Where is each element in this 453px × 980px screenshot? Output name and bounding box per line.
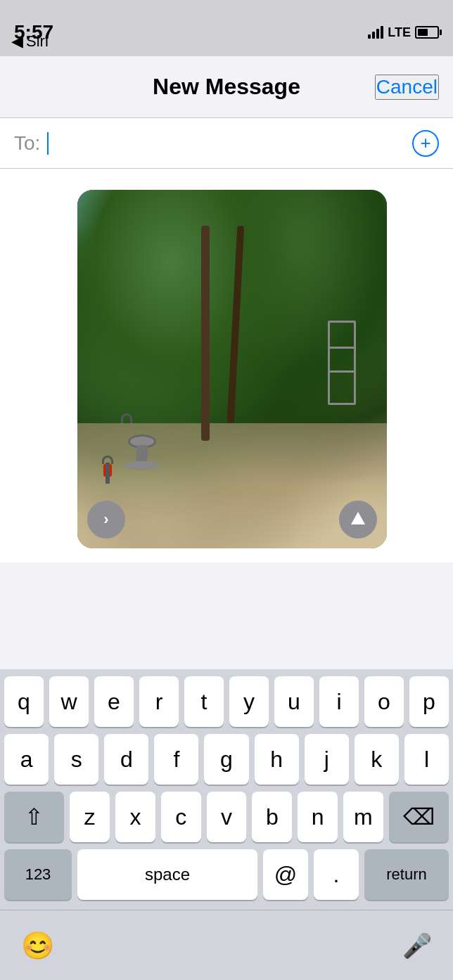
to-field[interactable]: To: + [0, 118, 453, 169]
key-i[interactable]: i [319, 676, 359, 727]
siri-back[interactable]: ◀ Siri [11, 32, 49, 51]
key-b[interactable]: b [252, 792, 292, 842]
fountain [121, 413, 163, 470]
photo-attachment[interactable]: › [77, 190, 387, 548]
microphone-button[interactable]: 🎤 [402, 931, 432, 960]
key-l[interactable]: l [404, 734, 449, 785]
cancel-button[interactable]: Cancel [375, 75, 439, 100]
key-a[interactable]: a [4, 734, 49, 785]
nav-bar: New Message Cancel [0, 56, 453, 118]
status-bar: 5:57 ◀ Siri LTE [0, 0, 453, 56]
key-g[interactable]: g [204, 734, 248, 785]
period-button[interactable]: . [314, 849, 359, 900]
siri-label: Siri [26, 32, 49, 51]
key-w[interactable]: w [49, 676, 89, 727]
numbers-button[interactable]: 123 [4, 849, 72, 900]
key-m[interactable]: m [343, 792, 383, 842]
tree-trunk [201, 226, 210, 441]
text-cursor [47, 132, 49, 155]
key-f[interactable]: f [154, 734, 198, 785]
garden-photo [77, 190, 387, 548]
battery-icon [415, 26, 439, 39]
key-k[interactable]: k [355, 734, 399, 785]
to-label: To: [14, 132, 40, 155]
key-j[interactable]: j [305, 734, 349, 785]
lte-label: LTE [388, 25, 411, 40]
keyboard: q w e r t y u i o p a s d f g h j k l ⇧ [0, 669, 453, 980]
key-q[interactable]: q [4, 676, 44, 727]
message-area: › [0, 169, 453, 562]
emoji-button[interactable]: 😊 [21, 930, 54, 961]
at-button[interactable]: @ [263, 849, 308, 900]
delete-button[interactable]: ⌫ [389, 792, 449, 842]
back-arrow-icon: ◀ [11, 32, 23, 51]
shift-button[interactable]: ⇧ [4, 792, 64, 842]
key-v[interactable]: v [207, 792, 247, 842]
key-t[interactable]: t [184, 676, 224, 727]
keyboard-row-1: q w e r t y u i o p [4, 676, 449, 727]
signal-bars-icon [368, 26, 383, 39]
return-button[interactable]: return [364, 849, 449, 900]
keyboard-row-3: ⇧ z x c v b n m ⌫ [4, 792, 449, 842]
ladder [328, 321, 356, 405]
chevron-right-icon: › [103, 510, 108, 529]
send-button[interactable] [339, 501, 377, 539]
keyboard-rows: q w e r t y u i o p a s d f g h j k l ⇧ [0, 669, 453, 910]
key-z[interactable]: z [70, 792, 110, 842]
expand-button[interactable]: › [87, 501, 125, 539]
status-icons: LTE [368, 25, 439, 40]
key-y[interactable]: y [229, 676, 269, 727]
key-u[interactable]: u [274, 676, 314, 727]
key-p[interactable]: p [409, 676, 449, 727]
key-o[interactable]: o [364, 676, 404, 727]
key-d[interactable]: d [104, 734, 148, 785]
key-c[interactable]: c [161, 792, 201, 842]
key-n[interactable]: n [298, 792, 338, 842]
page-title: New Message [153, 74, 300, 100]
send-arrow-icon [351, 512, 365, 524]
plus-icon: + [420, 132, 430, 154]
space-button[interactable]: space [77, 849, 257, 900]
key-s[interactable]: s [54, 734, 98, 785]
keyboard-row-4: 123 space @ . return [4, 849, 449, 900]
keyboard-row-2: a s d f g h j k l [4, 734, 449, 785]
shift-icon: ⇧ [25, 804, 44, 830]
add-recipient-button[interactable]: + [412, 130, 439, 157]
bird-feeder [102, 456, 113, 484]
key-h[interactable]: h [255, 734, 299, 785]
key-r[interactable]: r [139, 676, 179, 727]
keyboard-bottom: 😊 🎤 [0, 910, 453, 980]
key-e[interactable]: e [94, 676, 134, 727]
delete-icon: ⌫ [403, 804, 435, 830]
key-x[interactable]: x [115, 792, 155, 842]
